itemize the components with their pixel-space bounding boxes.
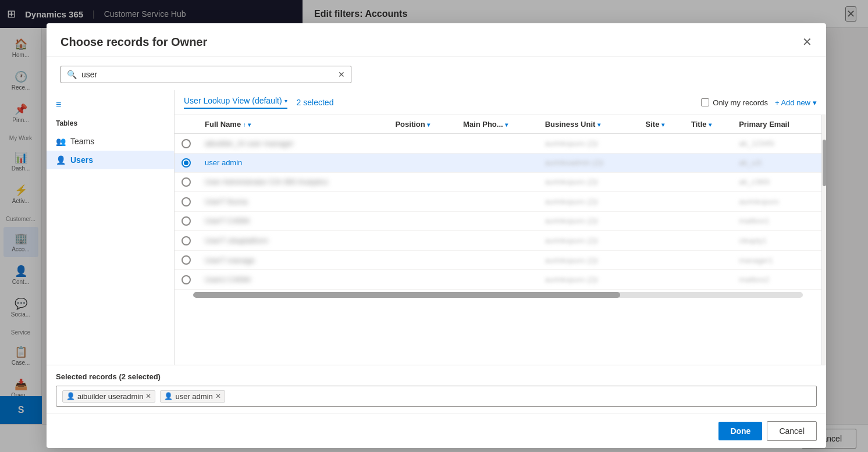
col-businessunit[interactable]: Business Unit ▾	[538, 115, 639, 134]
col-site-label: Site	[646, 120, 660, 129]
modal-close-button[interactable]: ✕	[802, 35, 812, 49]
row-select-cell[interactable]	[175, 270, 198, 290]
selected-tag-2: 👤 user admin ✕	[160, 390, 225, 403]
fullname-link-2[interactable]: user admin	[205, 158, 242, 167]
row-select-cell[interactable]	[175, 172, 198, 192]
col-position[interactable]: Position ▾	[388, 115, 456, 134]
cell-site-8	[639, 270, 684, 290]
modal-footer: Done Cancel	[47, 414, 826, 448]
col-site[interactable]: Site ▾	[639, 115, 684, 134]
col-mainphone-sort-icon: ▾	[505, 122, 508, 128]
cell-email-4: aurinkopuro	[732, 192, 821, 212]
cell-bu-7: aurinkopuro (2)i	[538, 250, 639, 270]
cell-fullname-3: User Administrator CIA 360 Analytics	[198, 172, 388, 192]
view-selector[interactable]: User Lookup View (default) ▾	[184, 96, 287, 109]
row-radio-5[interactable]	[182, 216, 191, 226]
cell-mainphone-7	[456, 250, 538, 270]
table-row[interactable]: aibuilder_AI user manager aurinkopuro (2…	[175, 134, 821, 154]
row-radio-3[interactable]	[182, 177, 191, 187]
row-radio-7[interactable]	[182, 255, 191, 265]
add-new-chevron-icon: ▾	[813, 98, 817, 107]
cell-title-1	[684, 134, 732, 154]
selected-tag-1: 👤 aibuilder useradmin ✕	[62, 390, 155, 403]
teams-label: Teams	[70, 137, 94, 146]
selected-badge[interactable]: 2 selected	[297, 98, 334, 107]
cell-mainphone-1	[456, 134, 538, 154]
modal-body: ≡ Tables 👥 Teams 👤 Users User Lookup Vie…	[47, 90, 826, 365]
left-panel-item-users[interactable]: 👤 Users	[47, 151, 174, 169]
teams-icon: 👥	[56, 137, 66, 146]
fullname-5: UserT C4094	[205, 216, 250, 225]
left-panel-item-teams[interactable]: 👥 Teams	[47, 132, 174, 151]
search-wrapper: 🔍 ✕	[61, 66, 351, 83]
table-row[interactable]: UserT manage aurinkopuro (2)i manager1	[175, 250, 821, 270]
done-button[interactable]: Done	[718, 422, 762, 440]
row-radio-4[interactable]	[182, 197, 191, 207]
cell-position-6	[388, 231, 456, 251]
cell-site-6	[639, 231, 684, 251]
cell-email-6: cikapty1	[732, 231, 821, 251]
users-icon: 👤	[56, 155, 66, 165]
row-select-cell[interactable]	[175, 211, 198, 231]
cell-fullname-5: UserT C4094	[198, 211, 388, 231]
table-row[interactable]: UserT fiuvna aurinkopuro (2)i aurinkopur…	[175, 192, 821, 212]
col-title[interactable]: Title ▾	[684, 115, 732, 134]
h-scrollbar-area[interactable]	[175, 290, 821, 300]
tag-close-button-2[interactable]: ✕	[215, 392, 221, 400]
row-radio-2[interactable]	[182, 158, 191, 168]
cell-position-3	[388, 172, 456, 192]
only-my-records-checkbox[interactable]	[701, 98, 709, 106]
cell-position-7	[388, 250, 456, 270]
vertical-scrollbar[interactable]	[821, 115, 826, 365]
search-input[interactable]	[81, 70, 338, 79]
left-panel: ≡ Tables 👥 Teams 👤 Users	[47, 90, 175, 365]
cell-bu-1: aurinkopuro (2)i	[538, 134, 639, 154]
cell-fullname-1: aibuilder_AI user manager	[198, 134, 388, 154]
table-row[interactable]: UserT C4094 aurinkopuro (2)i mailbox1	[175, 211, 821, 231]
modal-title: Choose records for Owner	[61, 35, 207, 49]
only-my-records-label: Only my records	[713, 98, 768, 107]
cell-bu-3: aurinkopuro (2)i	[538, 172, 639, 192]
cancel-button[interactable]: Cancel	[767, 421, 817, 441]
cell-mainphone-4	[456, 192, 538, 212]
only-my-records-toggle[interactable]: Only my records	[701, 98, 768, 107]
col-select	[175, 115, 198, 134]
tag-person-icon-1: 👤	[66, 392, 75, 400]
row-select-cell[interactable]	[175, 153, 198, 172]
table-row[interactable]: UserT cikaplatform aurinkopuro (2)i cika…	[175, 231, 821, 251]
cell-title-6	[684, 231, 732, 251]
choose-records-modal: Choose records for Owner ✕ 🔍 ✕ ≡ Tables …	[47, 23, 826, 448]
cell-position-4	[388, 192, 456, 212]
table-row[interactable]: User Administrator CIA 360 Analytics aur…	[175, 172, 821, 192]
table-row[interactable]: user admin aurinkoadmin (2)i ab_u2i	[175, 153, 821, 172]
col-position-label: Position	[395, 120, 425, 129]
row-radio-6[interactable]	[182, 236, 191, 245]
fullname-6: UserT cikaplatform	[205, 236, 268, 245]
col-fullname[interactable]: Full Name ↑ ▾	[198, 115, 388, 134]
row-select-cell[interactable]	[175, 250, 198, 270]
cell-bu-4: aurinkopuro (2)i	[538, 192, 639, 212]
selected-records-label: Selected records (2 selected)	[56, 372, 817, 381]
cell-bu-6: aurinkopuro (2)i	[538, 231, 639, 251]
row-radio-1[interactable]	[182, 139, 191, 148]
horizontal-scrollbar[interactable]	[193, 292, 803, 298]
search-clear-button[interactable]: ✕	[338, 70, 345, 79]
col-site-sort-icon: ▾	[661, 122, 664, 128]
add-new-button[interactable]: + Add new ▾	[775, 98, 817, 107]
col-mainphone[interactable]: Main Pho... ▾	[456, 115, 538, 134]
tag-close-button-1[interactable]: ✕	[145, 392, 151, 400]
hamburger-icon[interactable]: ≡	[47, 97, 174, 117]
row-select-cell[interactable]	[175, 192, 198, 212]
cell-title-7	[684, 250, 732, 270]
row-select-cell[interactable]	[175, 231, 198, 251]
row-radio-8[interactable]	[182, 275, 191, 284]
v-scrollbar-thumb	[823, 140, 826, 186]
row-select-cell[interactable]	[175, 134, 198, 154]
cell-fullname-4: UserT fiuvna	[198, 192, 388, 212]
table-row[interactable]: UserU C4094 aurinkopuro (2)i mailbox2	[175, 270, 821, 290]
col-position-sort-icon: ▾	[427, 122, 430, 128]
cell-mainphone-8	[456, 270, 538, 290]
cell-email-2: ab_u2i	[732, 153, 821, 172]
cell-site-1	[639, 134, 684, 154]
table-header: Full Name ↑ ▾ Position ▾ Main Pho... ▾	[175, 115, 821, 134]
